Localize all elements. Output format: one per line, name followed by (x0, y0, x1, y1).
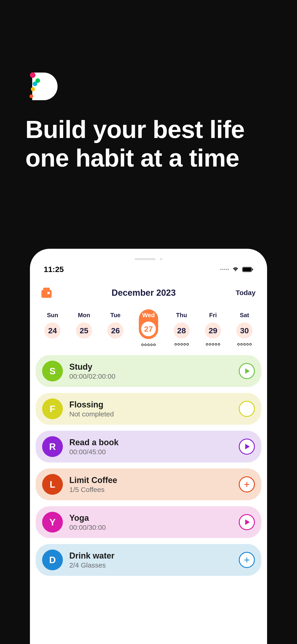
day-name: Fri (209, 312, 217, 319)
day-number: 29 (205, 322, 221, 338)
habit-avatar: D (42, 550, 63, 570)
cellular-icon (220, 269, 229, 270)
habit-avatar: F (42, 398, 63, 419)
play-icon (245, 520, 250, 525)
day-number: 28 (174, 322, 190, 338)
svg-rect-2 (252, 268, 253, 270)
battery-icon (242, 267, 253, 272)
status-bar: 11:25 (30, 249, 267, 274)
habit-action-button[interactable]: + (239, 476, 255, 492)
play-icon (245, 444, 250, 449)
habit-title: Flossing (69, 400, 239, 410)
month-title: December 2023 (112, 288, 176, 298)
day-name: Wed (142, 312, 155, 319)
habit-title: Drink water (69, 551, 239, 560)
habit-avatar: L (42, 474, 63, 495)
habit-coffee[interactable]: L Limit Coffee 1/5 Coffees + (36, 468, 261, 500)
svg-rect-1 (243, 268, 251, 271)
day-name: Mon (78, 312, 90, 319)
habit-yoga[interactable]: Y Yoga 00:00/30:00 (36, 506, 261, 538)
habit-study[interactable]: S Study 00:00/02:00:00 (36, 355, 261, 387)
habit-info: Drink water 2/4 Glasses (69, 551, 239, 569)
day-thu[interactable]: Thu 28 (174, 312, 190, 346)
day-sat[interactable]: Sat 30 (236, 312, 252, 346)
habit-subtitle: 00:00/45:00 (69, 448, 239, 456)
habit-info: Yoga 00:00/30:00 (69, 513, 239, 531)
status-time: 11:25 (44, 265, 64, 274)
habit-action-button[interactable] (239, 514, 255, 530)
habit-title: Study (69, 362, 239, 372)
habit-action-button[interactable]: + (239, 552, 255, 568)
habit-read[interactable]: R Read a book 00:00/45:00 (36, 431, 261, 462)
wifi-icon (232, 267, 239, 272)
habit-info: Read a book 00:00/45:00 (69, 438, 239, 456)
plus-icon: + (244, 479, 250, 490)
week-strip: Sun 24 Mon 25 Tue 26 Wed 27 Thu 28 Fri 2… (30, 305, 267, 355)
plus-icon: + (244, 555, 250, 565)
habit-subtitle: 2/4 Glasses (69, 561, 239, 569)
day-name: Tue (110, 312, 120, 319)
day-mon[interactable]: Mon 25 (76, 312, 92, 346)
play-icon (245, 368, 250, 374)
habit-subtitle: 1/5 Coffees (69, 486, 239, 494)
habit-action-button[interactable] (239, 438, 255, 455)
habit-title: Read a book (69, 438, 239, 447)
day-indicators (141, 344, 156, 346)
habit-avatar: Y (42, 512, 63, 532)
day-indicators (174, 343, 189, 346)
day-tue[interactable]: Tue 26 (107, 312, 124, 346)
day-fri[interactable]: Fri 29 (205, 312, 221, 346)
habit-floss[interactable]: F Flossing Not completed (36, 393, 261, 425)
day-number: 30 (236, 322, 252, 338)
habit-title: Yoga (69, 513, 239, 523)
day-name: Sun (47, 312, 58, 319)
day-number: 25 (76, 322, 92, 338)
day-number: 26 (107, 322, 124, 338)
day-number: 27 (141, 322, 156, 336)
habit-info: Study 00:00/02:00:00 (69, 362, 239, 380)
habit-title: Limit Coffee (69, 475, 239, 485)
habit-water[interactable]: D Drink water 2/4 Glasses + (36, 544, 261, 576)
day-wed[interactable]: Wed 27 (139, 312, 158, 346)
app-logo (28, 72, 58, 101)
day-name: Thu (176, 312, 187, 319)
status-icons (220, 267, 253, 272)
day-sun[interactable]: Sun 24 (44, 312, 60, 346)
calendar-icon[interactable] (42, 288, 52, 298)
habit-avatar: S (42, 361, 63, 382)
day-number: 24 (44, 322, 60, 338)
habit-info: Limit Coffee 1/5 Coffees (69, 475, 239, 493)
habit-action-button[interactable] (239, 401, 255, 417)
habit-subtitle: 00:00/30:00 (69, 524, 239, 531)
day-indicators (237, 343, 252, 346)
habits-list: S Study 00:00/02:00:00 F Flossing Not co… (30, 355, 267, 576)
header: December 2023 Today (30, 274, 267, 305)
today-button[interactable]: Today (236, 289, 256, 297)
phone-notch (135, 258, 162, 260)
habit-avatar: R (42, 436, 63, 457)
habit-subtitle: 00:00/02:00:00 (69, 372, 239, 380)
day-indicators (206, 343, 220, 346)
hero-title: Build your best life one habit at a time (25, 115, 244, 172)
habit-action-button[interactable] (239, 363, 255, 379)
day-name: Sat (240, 312, 249, 319)
habit-info: Flossing Not completed (69, 400, 239, 418)
habit-subtitle: Not completed (69, 410, 239, 418)
phone-frame: 11:25 December 2023 Today Sun 24 Mon 25 … (30, 249, 267, 644)
